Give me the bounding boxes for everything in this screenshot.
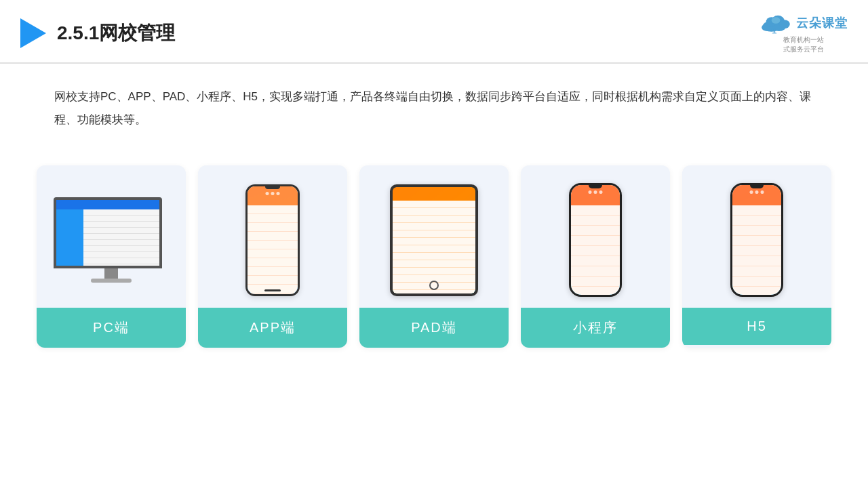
card-app-image [198,165,347,308]
play-icon [20,18,46,48]
card-miniprogram: 小程序 [521,165,670,348]
h5-mockup [730,183,783,297]
svg-point-6 [772,17,781,24]
card-h5-label: H5 [682,308,831,345]
card-h5-image [682,165,831,308]
card-pad: PAD端 [359,165,509,348]
card-app: APP端 [198,165,347,348]
pad-mockup [390,184,478,296]
card-app-label: APP端 [198,308,347,348]
card-pad-image [359,165,509,308]
page-title: 2.5.1网校管理 [57,20,175,46]
card-pc: PC端 [37,165,186,348]
card-pc-label: PC端 [37,308,186,348]
svg-point-5 [779,20,790,28]
card-pad-label: PAD端 [359,308,509,348]
card-miniprogram-label: 小程序 [521,308,670,348]
description-text: 网校支持PC、APP、PAD、小程序、H5，实现多端打通，产品各终端自由切换，数… [54,85,814,131]
header: 2.5.1网校管理 云朵课堂 教育机构一站 式服务云平台 [0,0,868,64]
header-left: 2.5.1网校管理 [20,18,175,48]
logo-area: 云朵课堂 教育机构一站 式服务云平台 [760,12,848,54]
pc-mockup [54,197,169,283]
card-miniprogram-image [521,165,670,308]
card-pc-image [37,165,186,308]
cloud-logo-icon [760,12,792,34]
app-mockup [245,184,300,296]
logo-text: 云朵课堂 [796,15,848,31]
logo-cloud: 云朵课堂 [760,12,848,34]
svg-point-8 [772,32,776,34]
card-h5: H5 [682,165,831,348]
miniprogram-mockup [569,183,622,297]
description: 网校支持PC、APP、PAD、小程序、H5，实现多端打通，产品各终端自由切换，数… [0,64,868,138]
logo-sub: 教育机构一站 式服务云平台 [783,35,824,54]
cards-container: PC端 APP端 PAD端 [0,145,868,348]
